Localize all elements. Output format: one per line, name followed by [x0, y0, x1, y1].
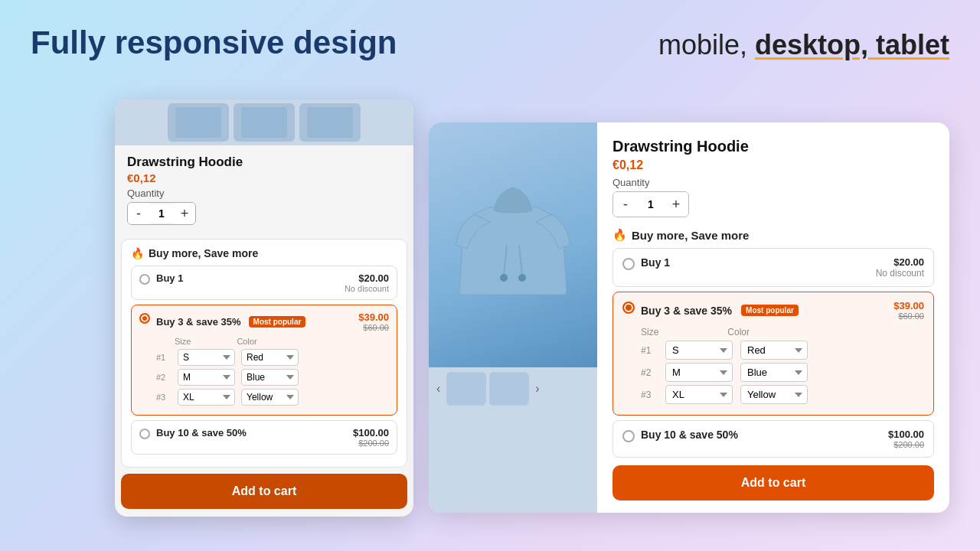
- mobile-qty-minus[interactable]: -: [128, 203, 149, 224]
- desktop-buy-option-10[interactable]: Buy 10 & save 50% $100.00 $200.00: [612, 420, 934, 458]
- desktop-radio-1: [622, 258, 635, 270]
- mobile-sc-row-3: #3 SMLXL RedBlueYellow: [156, 389, 389, 406]
- mobile-sc-row-1: #1 SMLXL RedBlueYellow: [156, 349, 389, 366]
- page-title: Fully responsive design: [31, 24, 397, 61]
- desktop-color-select-3[interactable]: RedBlueYellow: [740, 385, 808, 404]
- desktop-thumb-2[interactable]: [489, 372, 529, 406]
- page-subtitle: mobile, desktop, tablet: [658, 29, 949, 61]
- mobile-opt-label-3: Buy 3 & save 35%: [156, 316, 241, 328]
- desktop-color-select-2[interactable]: RedBlueYellow: [740, 363, 808, 382]
- desktop-sc-header: Size Color: [641, 327, 924, 337]
- mobile-size-select-2[interactable]: SMLXL: [178, 369, 235, 386]
- desktop-add-to-cart-button[interactable]: Add to cart: [612, 465, 934, 500]
- subtitle-highlight: desktop, tablet: [755, 29, 949, 60]
- svg-rect-2: [307, 107, 353, 138]
- mobile-buy-option-3[interactable]: Buy 3 & save 35% Most popular $39.00 $60…: [131, 305, 397, 416]
- desktop-opt-price-3: $39.00 $60.00: [893, 300, 924, 321]
- mobile-product-info: Drawstring Hoodie €0,12 Quantity - 1 +: [115, 145, 413, 239]
- desktop-color-select-1[interactable]: RedBlueYellow: [740, 341, 808, 360]
- mobile-color-select-1[interactable]: RedBlueYellow: [241, 349, 299, 366]
- mobile-card: Drawstring Hoodie €0,12 Quantity - 1 + 🔥…: [115, 99, 413, 517]
- mobile-buy-more-title: 🔥 Buy more, Save more: [131, 247, 397, 259]
- mobile-opt-label-1: Buy 1: [156, 272, 338, 284]
- desktop-thumb-row: ‹ ›: [429, 367, 597, 410]
- desktop-card: ‹ › Drawstring Hoodie €0,12 Quantity - 1…: [429, 122, 949, 513]
- svg-point-5: [500, 274, 508, 282]
- desktop-qty-minus[interactable]: -: [613, 192, 638, 217]
- desktop-prev-button[interactable]: ‹: [433, 380, 443, 397]
- mobile-size-select-1[interactable]: SMLXL: [178, 349, 235, 366]
- svg-rect-1: [241, 107, 287, 138]
- mobile-most-popular-badge: Most popular: [249, 316, 306, 328]
- desktop-opt-price-10: $100.00 $200.00: [888, 429, 924, 449]
- desktop-buy-option-1[interactable]: Buy 1 $20.00 No discount: [612, 248, 934, 287]
- desktop-qty-value: 1: [638, 198, 664, 210]
- desktop-product-title: Drawstring Hoodie: [612, 138, 934, 155]
- desktop-product-image-panel: ‹ ›: [429, 122, 597, 513]
- mobile-opt-price-1: $20.00 No discount: [345, 272, 389, 293]
- desktop-qty-control: - 1 +: [612, 191, 689, 217]
- mobile-color-select-2[interactable]: RedBlueYellow: [241, 369, 299, 386]
- desktop-size-select-1[interactable]: SMLXL: [665, 341, 733, 360]
- mobile-size-select-3[interactable]: SMLXL: [178, 389, 235, 406]
- mobile-qty-value: 1: [149, 204, 174, 223]
- desktop-size-select-3[interactable]: SMLXL: [665, 385, 733, 404]
- mobile-add-to-cart-button[interactable]: Add to cart: [121, 474, 407, 509]
- svg-rect-0: [175, 107, 221, 138]
- mobile-sc-header: Size Color: [156, 337, 389, 346]
- svg-point-6: [518, 274, 526, 282]
- desktop-buy-more-title: 🔥 Buy more, Save more: [612, 228, 934, 242]
- desktop-next-button[interactable]: ›: [532, 380, 542, 397]
- desktop-thumb-1[interactable]: [446, 372, 486, 406]
- fire-icon-desktop: 🔥: [612, 228, 627, 242]
- desktop-product-details: Drawstring Hoodie €0,12 Quantity - 1 + 🔥…: [597, 122, 949, 513]
- desktop-qty-label: Quantity: [612, 177, 934, 188]
- desktop-most-popular-badge: Most popular: [741, 305, 799, 316]
- desktop-size-select-2[interactable]: SMLXL: [665, 363, 733, 382]
- mobile-color-select-3[interactable]: RedBlueYellow: [241, 389, 299, 406]
- mobile-radio-10: [139, 429, 150, 439]
- desktop-qty-plus[interactable]: +: [664, 192, 688, 217]
- mobile-thumb-2: [234, 103, 295, 142]
- mobile-buy-option-10[interactable]: Buy 10 & save 50% $100.00 $200.00: [131, 420, 397, 455]
- desktop-opt-label-10: Buy 10 & save 50%: [641, 429, 882, 441]
- mobile-qty-plus[interactable]: +: [174, 203, 195, 224]
- fire-icon-mobile: 🔥: [131, 247, 144, 259]
- desktop-sc-row-1: #1 SMLXL RedBlueYellow: [641, 341, 924, 360]
- mobile-qty-label: Quantity: [127, 187, 401, 199]
- mobile-opt-price-10: $100.00 $200.00: [353, 427, 389, 448]
- desktop-radio-3: [622, 302, 635, 314]
- mobile-thumb-1: [168, 103, 229, 142]
- subtitle-regular: mobile,: [658, 29, 755, 60]
- desktop-sc-wrapper: Size Color #1 SMLXL RedBlueYellow #2: [641, 327, 924, 404]
- desktop-opt-label-1: Buy 1: [641, 256, 870, 269]
- mobile-size-color-grid: Size Color #1 SMLXL RedBlueYellow #2: [156, 337, 389, 406]
- desktop-product-price: €0,12: [612, 158, 934, 172]
- mobile-image-strip: [115, 99, 413, 145]
- mobile-opt-label-10: Buy 10 & save 50%: [156, 427, 347, 439]
- desktop-sc-row-3: #3 SMLXL RedBlueYellow: [641, 385, 924, 404]
- desktop-opt-label-3: Buy 3 & save 35%: [641, 305, 732, 317]
- mobile-buy-option-1[interactable]: Buy 1 $20.00 No discount: [131, 266, 397, 300]
- desktop-buy-option-3[interactable]: Buy 3 & save 35% Most popular $39.00 $60…: [612, 292, 934, 416]
- mobile-radio-1: [139, 274, 150, 285]
- desktop-radio-10: [622, 430, 635, 442]
- mobile-opt-price-3: $39.00 $60.00: [358, 311, 389, 332]
- desktop-main-image: [429, 122, 597, 367]
- mobile-qty-control: - 1 +: [127, 202, 196, 225]
- mobile-radio-3: [139, 313, 150, 324]
- mobile-product-title: Drawstring Hoodie: [127, 155, 401, 170]
- desktop-opt-price-1: $20.00 No discount: [876, 256, 924, 279]
- desktop-sc-row-2: #2 SMLXL RedBlueYellow: [641, 363, 924, 382]
- mobile-product-price: €0,12: [127, 171, 401, 184]
- mobile-buy-more: 🔥 Buy more, Save more Buy 1 $20.00 No di…: [121, 239, 407, 468]
- mobile-thumb-3: [299, 103, 361, 142]
- mobile-sc-row-2: #2 SMLXL RedBlueYellow: [156, 369, 389, 386]
